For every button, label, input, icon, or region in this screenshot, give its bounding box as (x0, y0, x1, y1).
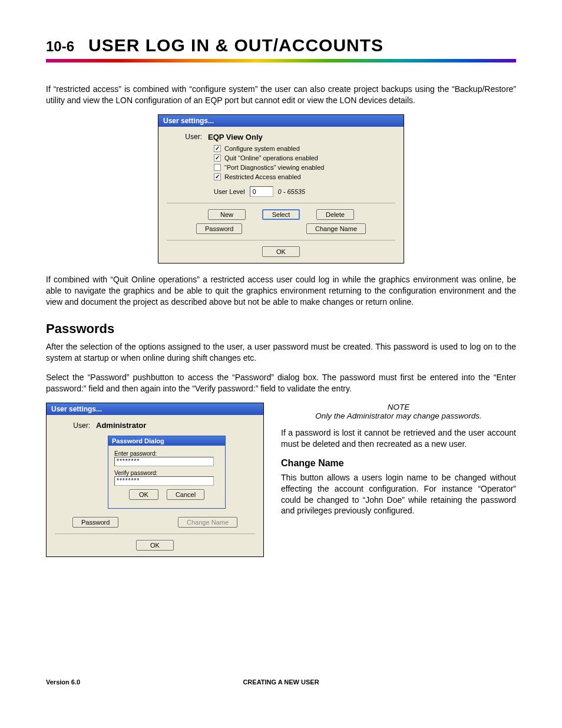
paragraph-passwords-2: Select the “Password” pushbutton to acce… (46, 372, 516, 394)
select-button[interactable]: Select (262, 209, 300, 220)
user-value-2: Administrator (96, 421, 146, 430)
password-ok-button[interactable]: OK (129, 489, 158, 500)
paragraph-intro: If “restricted access” is combined with … (46, 84, 516, 106)
page-number: 10-6 (46, 38, 74, 55)
password-dialog-title: Password Dialog (108, 436, 225, 446)
port-diagnostics-checkbox[interactable] (214, 164, 221, 171)
divider-bar (46, 59, 516, 62)
paragraph-passwords-1: After the selection of the options assig… (46, 341, 516, 364)
port-diagnostics-label: “Port Diagnostics” viewing enabled (224, 164, 324, 171)
note-text: Only the Administrator may change passwo… (281, 411, 516, 420)
enter-password-input[interactable]: ******** (114, 457, 214, 466)
paragraph-combined: If combined with “Quit Online operations… (46, 274, 516, 308)
enter-password-label: Enter password: (114, 450, 219, 457)
user-level-label: User Level (214, 188, 245, 195)
user-label: User: (167, 133, 208, 141)
new-button[interactable]: New (208, 209, 246, 220)
dialog-titlebar-2: User settings... (47, 403, 263, 415)
password-dialog: Password Dialog Enter password: ********… (108, 436, 226, 509)
footer-section: CREATING A NEW USER (46, 678, 516, 686)
user-label-2: User: (55, 421, 96, 430)
user-settings-dialog-2: User settings... User: Administrator Pas… (46, 403, 264, 557)
password-button[interactable]: Password (196, 223, 242, 234)
delete-button[interactable]: Delete (316, 209, 354, 220)
verify-password-label: Verify password: (114, 470, 219, 476)
configure-system-label: Configure system enabled (224, 145, 300, 152)
user-level-input[interactable]: 0 (250, 186, 273, 197)
dialog-titlebar: User settings... (158, 115, 404, 127)
restricted-access-checkbox[interactable] (214, 173, 221, 180)
page-title: USER LOG IN & OUT/ACCOUNTS (88, 35, 384, 55)
ok-button-2[interactable]: OK (136, 540, 174, 551)
change-name-button[interactable]: Change Name (306, 223, 366, 234)
change-name-heading: Change Name (281, 458, 516, 469)
paragraph-change-name: This button allows a users login name to… (281, 472, 516, 517)
password-cancel-button[interactable]: Cancel (167, 489, 204, 500)
restricted-access-label: Restricted Access enabled (224, 173, 301, 180)
note-label: NOTE (281, 403, 516, 411)
user-settings-dialog: User settings... User: EQP View Only Con… (158, 114, 404, 263)
paragraph-lost-password: If a password is lost it cannot be retri… (281, 427, 516, 450)
quit-online-checkbox[interactable] (214, 154, 221, 162)
passwords-heading: Passwords (46, 321, 516, 337)
user-value: EQP View Only (208, 133, 263, 141)
configure-system-checkbox[interactable] (214, 145, 221, 152)
user-level-range: 0 - 65535 (278, 188, 305, 195)
change-name-button-2[interactable]: Change Name (178, 517, 237, 528)
quit-online-label: Quit “Online” operations enabled (224, 154, 318, 162)
ok-button[interactable]: OK (262, 246, 300, 257)
verify-password-input[interactable]: ******** (114, 476, 214, 486)
password-button-2[interactable]: Password (72, 517, 118, 528)
